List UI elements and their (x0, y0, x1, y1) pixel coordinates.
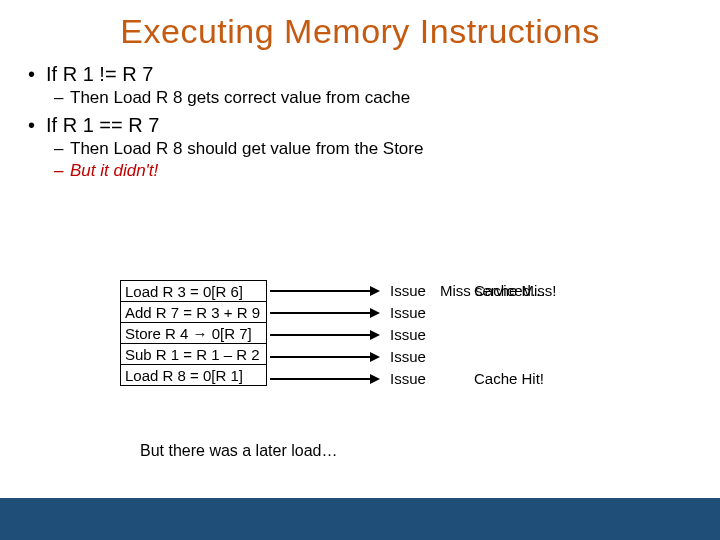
arrow-column (270, 280, 380, 390)
instr-row: Load R 8 = 0[R 1] (121, 365, 267, 386)
issue-column: Issue Issue Issue Issue Issue (390, 280, 426, 390)
issue-label: Issue (390, 324, 426, 346)
arrow-icon (270, 324, 380, 346)
instruction-diagram: Load R 3 = 0[R 6] Add R 7 = R 3 + R 9 St… (120, 280, 640, 410)
arrow-icon (270, 368, 380, 390)
annotation-column: Miss serviced… Cache Miss! Cache Hit! (440, 280, 544, 390)
arrow-icon (270, 280, 380, 302)
instruction-table: Load R 3 = 0[R 6] Add R 7 = R 3 + R 9 St… (120, 280, 267, 386)
bullet-if-neq: If R 1 != R 7 (28, 63, 692, 86)
sub-bullet-should-get: Then Load R 8 should get value from the … (54, 139, 692, 159)
arrow-icon (270, 346, 380, 368)
slide-title: Executing Memory Instructions (0, 0, 720, 51)
instr-row: Store R 4 → 0[R 7] (121, 323, 267, 344)
annotation-cache-hit: Cache Hit! (440, 368, 544, 390)
issue-label: Issue (390, 280, 426, 302)
instr-row: Add R 7 = R 3 + R 9 (121, 302, 267, 323)
issue-label: Issue (390, 368, 426, 390)
sub-bullet-but-didnt: But it didn't! (54, 161, 692, 181)
slide-body: If R 1 != R 7 Then Load R 8 gets correct… (0, 51, 720, 181)
instr-row: Load R 3 = 0[R 6] (121, 281, 267, 302)
issue-label: Issue (390, 302, 426, 324)
instr-row: Sub R 1 = R 1 – R 2 (121, 344, 267, 365)
footer-bar (0, 498, 720, 540)
sub-bullet-correct-value: Then Load R 8 gets correct value from ca… (54, 88, 692, 108)
arrow-icon (270, 302, 380, 324)
caption-later-load: But there was a later load… (140, 442, 337, 460)
issue-label: Issue (390, 346, 426, 368)
bullet-if-eq: If R 1 == R 7 (28, 114, 692, 137)
annotation-cache-miss: Miss serviced… Cache Miss! (440, 280, 544, 302)
